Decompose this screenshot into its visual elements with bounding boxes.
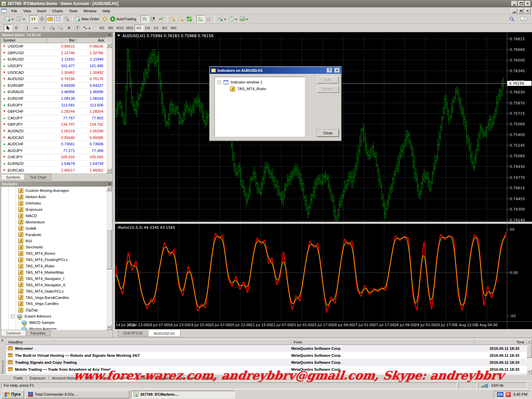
zoom-out-button[interactable] [177,15,185,23]
trendline-button[interactable]: / [40,24,48,32]
bar-chart-button[interactable] [141,15,149,23]
collapse-icon[interactable]: − [11,315,15,318]
menu-help[interactable]: Help [99,8,113,14]
navigator-item-osma[interactable]: fOsMA [1,225,106,231]
market-watch-row-audjpy[interactable]: ▲AUDJPY77.27177.306 [1,148,106,154]
close-icon[interactable]: x [108,182,110,186]
market-watch-toggle[interactable] [29,15,38,23]
market-watch-header[interactable]: Market Watch: 14:45:24 x [0,32,112,37]
column-bid[interactable]: Bid [47,38,77,43]
market-watch-row-audcad[interactable]: ▼AUDCAD0.993400.99385 [1,134,106,141]
close-dialog-button[interactable]: Close [317,130,339,137]
text-label-button[interactable]: T [73,24,81,32]
tab-tick-chart[interactable]: Tick Chart [25,174,51,180]
edit-button[interactable]: Edit [317,76,339,83]
navigator-item-zigzag[interactable]: fZigZag [1,307,106,313]
pane-splitter[interactable] [115,222,532,224]
toolbar-grip[interactable] [1,16,2,22]
navigator-item-tas-mt4-boxes[interactable]: fTAS_MT4_Boxes [1,250,106,257]
maximize-button[interactable] [518,1,524,6]
navigator-item-custom-moving-averages[interactable]: fCustom Moving Averages [1,188,106,194]
navigator-item-tas-mt4-navigator-i[interactable]: fTAS_MT4_Navigator_I [1,275,106,282]
new-order-button[interactable]: New Order [74,15,100,23]
templates-button[interactable] [238,15,249,23]
child-minimize-button[interactable] [511,8,517,14]
close-icon[interactable]: x [1,338,3,342]
terminal-tab-exposure[interactable]: Exposure [26,375,48,381]
column-ask[interactable]: Ask [77,38,106,43]
column-from[interactable]: From [291,339,475,345]
navigator-item-tas-mt4-navigator-ii[interactable]: fTAS_MT4_Navigator_II [1,282,106,288]
scroll-down-icon[interactable]: ▼ [106,325,112,330]
market-watch-row-usdcad[interactable]: ▼USDCAD1.304621.30492 [1,69,106,76]
market-watch-row-usdjpy[interactable]: ▲USDJPY101.477101.495 [1,63,106,69]
market-watch-row-eurgbp[interactable]: ▲EURGBP0.843090.84327 [1,82,106,89]
navigator-item-tas-mt4-staticpcls[interactable]: fTAS_MT4_StaticPCLs [1,288,106,294]
market-watch-row-audchf[interactable]: ▲AUDCHF0.735610.73606 [1,141,106,148]
taskbar-item-metatrader[interactable]: 267769: IFCMarkets-... [131,391,235,398]
tile-windows-button[interactable] [185,15,194,23]
navigator-item-rsi[interactable]: fRSI [1,238,106,244]
auto-scroll-button[interactable] [197,15,205,23]
navigator-item-parabolic[interactable]: fParabolic [1,231,106,238]
equidistant-channel-button[interactable]: E [48,24,57,32]
new-chart-button[interactable] [4,15,15,23]
collapse-icon[interactable]: − [217,80,221,84]
child-restore-button[interactable] [518,8,524,14]
scroll-down-icon[interactable]: ▼ [106,168,112,173]
vertical-line-button[interactable]: | [23,24,32,32]
menu-file[interactable]: File [8,8,20,14]
navigator-item-tas-vega-bars-candles[interactable]: fTAS_Vega Bars&Candles [1,294,106,301]
market-watch-row-euraud[interactable]: ▲EURAUD1.469561.46996 [1,89,106,95]
horizontal-line-button[interactable]: — [32,24,40,32]
column-time[interactable]: Time [475,339,527,345]
navigator-header[interactable]: Navigator x [0,181,112,186]
toolbar-grip[interactable] [95,25,96,31]
timeframe-m15[interactable]: M15 [115,25,125,31]
navigator-item-iexposure[interactable]: fiExposure [1,206,106,213]
delete-button[interactable]: Delete [317,86,339,93]
navigator-item-macd[interactable]: fMACD [1,213,106,219]
market-watch-column-header[interactable]: Symbol Bid Ask [1,38,106,43]
close-icon[interactable]: x [108,33,110,37]
tab-common[interactable]: Common [1,330,26,336]
menu-insert[interactable]: Insert [34,8,49,14]
navigator-item-ichimoku[interactable]: fIchimoku [1,200,106,206]
data-window-button[interactable] [38,15,46,23]
tree-item-tas-mt4-iratio[interactable]: f TAS_MT4_iRatio [215,85,305,92]
timeframe-m5[interactable]: M5 [106,25,115,31]
navigator-scrollbar[interactable]: ▲ ▼ [106,186,112,330]
chart-shift-button[interactable] [205,15,213,23]
market-watch-row-gbpchf[interactable]: ▼GBPCHF1.282441.28304 [1,108,106,115]
market-watch-row-eurjpy[interactable]: ▲EURJPY113.581113.606 [1,102,106,108]
market-watch-row-eurusd[interactable]: ▲EURUSD1.119311.11949 [1,56,106,63]
navigator-item-expert-advisors[interactable]: −Expert Advisors [1,313,106,320]
close-icon[interactable]: × [334,68,340,73]
navigator-item-momentum[interactable]: fMomentum [1,219,106,225]
timeframe-h4[interactable]: H4 [143,25,152,31]
market-watch-row-eurcad[interactable]: ▼EURCAD1.460171.46062 [1,167,106,173]
mailbox-row[interactable]: The Built-in Virtual Hosting — Robots an… [6,352,527,359]
toolbar-grip[interactable] [1,25,2,31]
security-shield-icon[interactable]: ✕ [506,392,511,397]
arrows-button[interactable] [81,24,92,32]
close-button[interactable]: × [525,1,531,6]
market-watch-row-audnzd[interactable]: ▼AUDNZD1.052191.05299 [1,128,106,135]
zoom-in-button[interactable] [169,15,177,23]
crosshair-button[interactable] [12,24,20,32]
language-indicator[interactable]: EN [497,392,503,397]
chart-tab-audusd-h1[interactable]: AUDUSD,H1 [148,330,181,337]
tree-item-indicator-window[interactable]: − Indicator window 1 [215,79,305,85]
timeframe-mn[interactable]: MN [169,25,178,31]
start-button[interactable]: Пуск [1,391,24,398]
strategy-tester-button[interactable] [63,15,71,23]
periods-button[interactable] [227,15,238,23]
market-watch-row-gbpjpy[interactable]: ▼GBPJPY134.707134.762 [1,121,106,128]
text-button[interactable]: A [65,24,73,32]
community-chat-icon[interactable] [520,16,527,22]
dialog-titlebar[interactable]: Indicators on AUDUSD,H1 ? × [210,67,341,74]
market-watch-row-audusd[interactable]: ▼AUDUSD0.761560.76176 [1,76,106,82]
market-watch-row-usdchf[interactable]: ▼USDCHF0.966150.96635 [1,43,106,50]
candlestick-chart-button[interactable] [149,15,157,23]
profiles-button[interactable] [15,15,26,23]
